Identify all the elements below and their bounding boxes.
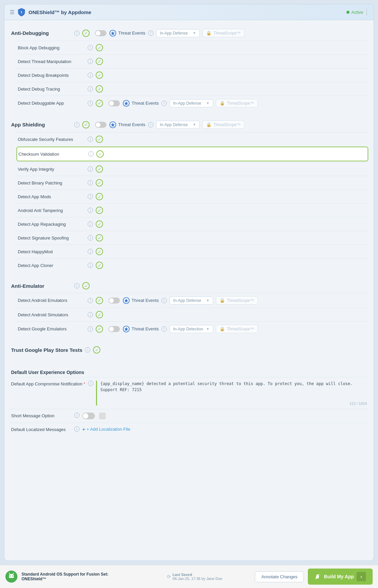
info-icon-detect-debug-breakpoints[interactable]: i [88, 72, 93, 78]
build-arrow-icon[interactable]: › [357, 572, 366, 581]
build-my-app-label: Build My App [324, 574, 354, 579]
android-icon [5, 571, 17, 583]
dropdown-app-shielding[interactable]: In-App Defense ▼ [156, 121, 200, 129]
ux-item-default-app-compromise: Default App Compromise Notification * i … [10, 377, 368, 409]
dropdown-detect-google-emulators[interactable]: In-App Detection ▼ [170, 325, 213, 333]
info-icon-detect-binary-patching[interactable]: i [88, 180, 93, 185]
add-localization-link[interactable]: + + Add Localization File [82, 426, 130, 432]
info-icon-detect-android-emulators[interactable]: i [88, 298, 93, 303]
sub-item-detect-google-emulators: Detect Google Emulators i ✓ Threat Event… [16, 321, 368, 336]
sub-item-title-detect-app-repackaging: Detect App Repackaging [18, 222, 85, 227]
sub-item-title-detect-debug-tracing: Detect Debug Tracing [18, 87, 85, 92]
threatscope-label-app-shielding: ThreatScope™ [214, 122, 241, 127]
threat-events-btn-app-shielding[interactable]: Threat Events [109, 121, 145, 128]
info-icon-threat-app-shielding[interactable]: i [148, 122, 153, 127]
info-icon2-detect-android-emulators[interactable]: i [161, 298, 167, 303]
sub-item-title-detect-signature-spoofing: Detect Signature Spoofing [18, 235, 85, 240]
toggle-detect-debuggable-app[interactable] [108, 100, 120, 106]
dropdown-text-app-shielding: In-App Defense [160, 122, 191, 127]
info-icon-detect-google-emulators[interactable]: i [88, 326, 93, 332]
threatscope-btn-app-shielding[interactable]: 🔒 ThreatScope™ [202, 120, 244, 129]
sub-item-verify-app-integrity: Verify App Integrity i ✓ [16, 162, 368, 176]
header-bar: ☰ 1 ONEShield™ by Appdome Active [4, 4, 374, 20]
info-icon-default-app-compromise[interactable]: i [88, 381, 93, 386]
ux-textarea-wrapper: {app_display_name} detected a potential … [96, 381, 367, 406]
header-title: ONEShield™ by Appdome [29, 9, 91, 15]
sub-item-title-detect-app-cloner: Detect App Cloner [18, 263, 85, 268]
annotate-changes-button[interactable]: Annotate Changes [255, 571, 304, 582]
info-icon-detect-app-cloner[interactable]: i [88, 263, 93, 268]
sub-item-controls-detect-google-emulators: Threat Events i In-App Detection ▼ 🔒 Thr… [108, 325, 258, 333]
check-icon-android-anti-tampering: ✓ [96, 207, 103, 214]
info-icon-default-localized-messages[interactable]: i [74, 426, 80, 432]
info-icon-threat-anti-debugging[interactable]: i [148, 31, 153, 36]
lock-icon-detect-android-emulators: 🔒 [220, 298, 225, 303]
threat-label-detect-debuggable-app: Threat Events [132, 101, 159, 106]
oneshield-logo: 1 [17, 8, 26, 16]
dropdown-anti-debugging[interactable]: In-App Defense ▼ [156, 29, 200, 37]
check-icon-block-app-debugging: ✓ [96, 44, 103, 51]
dropdown-text-detect-android-emulators: In-App Defense [173, 298, 205, 303]
info-icon-anti-debugging[interactable]: i [74, 31, 80, 36]
threatscope-btn-detect-google-emulators[interactable]: 🔒 ThreatScope™ [216, 325, 258, 333]
threat-events-btn-detect-debuggable-app[interactable]: Threat Events [123, 100, 159, 107]
info-icon-detect-debuggable-app[interactable]: i [88, 101, 93, 106]
info-icon-verify-app-integrity[interactable]: i [88, 166, 93, 172]
svg-point-8 [12, 576, 13, 577]
toggle-right-short-message[interactable] [99, 413, 106, 419]
info-icon-android-anti-tampering[interactable]: i [88, 208, 93, 213]
threatscope-btn-anti-debugging[interactable]: 🔒 ThreatScope™ [202, 29, 244, 37]
info-icon-detect-happymod[interactable]: i [88, 249, 93, 254]
sub-item-detect-debug-breakpoints: Detect Debug Breakpoints i ✓ [16, 68, 368, 82]
info-icon2-detect-debuggable-app[interactable]: i [161, 101, 167, 106]
info-icon-detect-debug-tracing[interactable]: i [88, 86, 93, 92]
sub-item-controls-detect-debuggable-app: Threat Events i In-App Defense ▼ 🔒 Threa… [108, 99, 258, 107]
threatscope-label-detect-debuggable-app: ThreatScope™ [227, 101, 254, 106]
info-icon-app-shielding[interactable]: i [74, 122, 80, 127]
info-icon-detect-android-simulators[interactable]: i [88, 312, 93, 317]
section-title-anti-debugging: Anti-Debugging [11, 30, 72, 36]
check-icon-detect-thread-manipulation: ✓ [96, 58, 103, 65]
section-controls-app-shielding: Threat Events i In-App Defense ▼ 🔒 Threa… [95, 120, 244, 129]
separator-3 [10, 339, 368, 343]
dropdown-arrow-app-shielding: ▼ [193, 123, 196, 126]
dropdown-arrow-detect-google-emulators: ▼ [206, 327, 209, 331]
active-dot [346, 11, 349, 14]
dropdown-detect-debuggable-app[interactable]: In-App Defense ▼ [170, 99, 213, 107]
threat-events-btn-anti-debugging[interactable]: Threat Events [109, 30, 145, 37]
info-icon-trust-google[interactable]: i [85, 347, 90, 353]
dropdown-detect-android-emulators[interactable]: In-App Defense ▼ [170, 297, 213, 305]
toggle-short-message[interactable] [82, 413, 95, 419]
info-icon-detect-signature-spoofing[interactable]: i [88, 235, 93, 240]
sub-item-title-detect-binary-patching: Detect Binary Patching [18, 180, 85, 185]
info-icon-obfuscate[interactable]: i [88, 137, 93, 142]
info-icon-detect-thread-manipulation[interactable]: i [88, 59, 93, 64]
check-icon-detect-google-emulators: ✓ [96, 325, 103, 333]
toggle-anti-debugging[interactable] [95, 30, 106, 36]
toggle-detect-android-emulators[interactable] [108, 298, 120, 304]
check-icon-detect-debug-breakpoints: ✓ [96, 71, 103, 79]
threat-events-btn-detect-android-emulators[interactable]: Threat Events [123, 297, 159, 304]
info-icon-detect-app-repackaging[interactable]: i [88, 221, 93, 227]
info-icon-anti-emulator[interactable]: i [74, 283, 80, 288]
threatscope-label-detect-google-emulators: ThreatScope™ [227, 327, 254, 331]
threatscope-btn-detect-android-emulators[interactable]: 🔒 ThreatScope™ [216, 296, 258, 305]
ux-section-title: Default User Experience Options [10, 366, 368, 377]
svg-point-7 [10, 576, 11, 577]
toggle-detect-google-emulators[interactable] [108, 326, 120, 332]
check-icon-anti-emulator: ✓ [82, 282, 90, 289]
info-icon-checksum[interactable]: i [88, 151, 94, 157]
info-icon2-detect-google-emulators[interactable]: i [161, 326, 167, 332]
info-icon-short-message[interactable]: i [74, 413, 80, 418]
toggle-app-shielding[interactable] [95, 122, 106, 128]
sub-item-title-block-app-debugging: Block App Debugging [18, 45, 85, 50]
info-icon-detect-app-mods[interactable]: i [88, 194, 93, 199]
info-icon-block-app-debugging[interactable]: i [88, 45, 93, 50]
build-my-app-button[interactable]: Build My App › [308, 569, 373, 585]
threatscope-btn-detect-debuggable-app[interactable]: 🔒 ThreatScope™ [216, 99, 258, 107]
threat-events-btn-detect-google-emulators[interactable]: Threat Events [123, 325, 159, 333]
ux-textarea-default-app-compromise[interactable]: {app_display_name} detected a potential … [100, 381, 367, 399]
hamburger-icon[interactable]: ☰ [10, 9, 14, 15]
content-area: Anti-Debugging i ✓ Threat Events i In-Ap… [4, 20, 374, 561]
sub-item-title-detect-google-emulators: Detect Google Emulators [18, 326, 85, 331]
